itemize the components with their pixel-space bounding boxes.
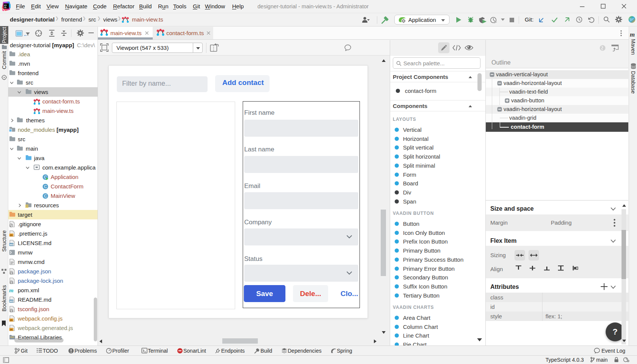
svg-text:{}: {} [10,271,13,275]
svg-text:{}: {} [10,281,13,284]
svg-text:C: C [44,194,47,198]
svg-text:MD: MD [10,300,14,302]
svg-text:C: C [44,184,47,189]
svg-text:MD: MD [10,243,14,246]
svg-text:JS: JS [10,319,13,321]
svg-text:{}: {} [10,309,13,312]
svg-text:JS: JS [10,328,13,331]
svg-text:IJ: IJ [4,4,6,7]
svg-text:m: m [9,287,14,293]
svg-text:JS: JS [10,234,13,236]
